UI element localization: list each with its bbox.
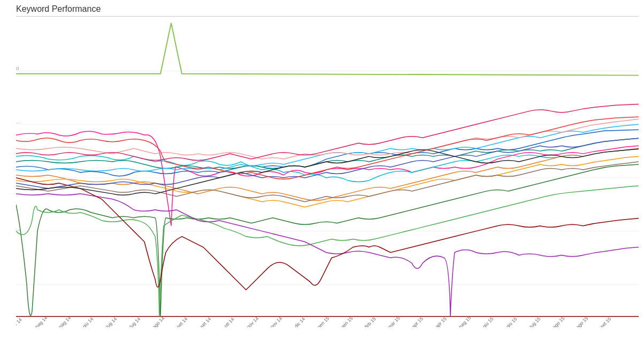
svg-text:25 set 14: 25 set 14 xyxy=(194,316,212,327)
svg-text:04 set 14: 04 set 14 xyxy=(171,316,188,327)
svg-text:19 feb 15: 19 feb 15 xyxy=(359,316,377,327)
svg-text:16 lug 15: 16 lug 15 xyxy=(524,316,541,327)
svg-text:18 dic 14: 18 dic 14 xyxy=(288,316,306,327)
svg-text:06 ago 15: 06 ago 15 xyxy=(547,315,565,327)
svg-text:29 gen 15: 29 gen 15 xyxy=(335,315,354,327)
svg-text:03 lug 14: 03 lug 14 xyxy=(100,316,118,327)
chart-divider xyxy=(16,16,639,17)
svg-text:...: ... xyxy=(16,118,20,124)
svg-text:08 gen 15: 08 gen 15 xyxy=(311,315,330,327)
chart-title: Keyword Performance xyxy=(16,4,639,14)
svg-text:24 lug 14: 24 lug 14 xyxy=(124,316,141,327)
svg-text:0: 0 xyxy=(16,65,19,71)
svg-text:17 set 15: 17 set 15 xyxy=(594,316,612,327)
svg-text:27 ago 15: 27 ago 15 xyxy=(570,315,589,327)
svg-text:14 ago 14: 14 ago 14 xyxy=(147,315,165,327)
svg-text:23 apr 15: 23 apr 15 xyxy=(430,316,448,327)
svg-text:16 ott 14: 16 ott 14 xyxy=(218,316,235,327)
svg-text:27 nov 14: 27 nov 14 xyxy=(264,315,283,327)
svg-text:1 apr 14: 1 apr 14 xyxy=(16,317,23,327)
svg-text:12 mar 15: 12 mar 15 xyxy=(382,315,401,327)
chart-container: Keyword Performance 0 ... ... xyxy=(0,0,644,362)
chart-area: 0 ... ... xyxy=(16,18,639,327)
svg-text:12 giu 14: 12 giu 14 xyxy=(76,316,94,327)
svg-text:02 apr 15: 02 apr 15 xyxy=(406,316,424,327)
svg-text:06 nov 14: 06 nov 14 xyxy=(241,315,259,327)
main-chart: 0 ... ... xyxy=(16,18,639,327)
svg-text:04 giu 15: 04 giu 15 xyxy=(477,316,494,327)
svg-text:25 giu 15: 25 giu 15 xyxy=(500,316,518,327)
